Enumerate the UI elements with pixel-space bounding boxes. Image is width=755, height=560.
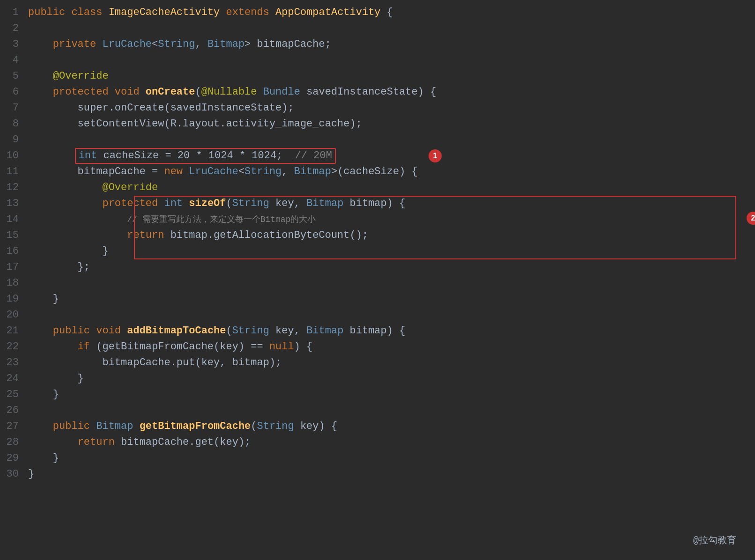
code-line-8: setContentView(R.layout.activity_image_c…: [28, 116, 736, 132]
code-line-15: return bitmap.getAllocationByteCount();: [28, 228, 736, 243]
code-line-7: super.onCreate(savedInstanceState);: [28, 100, 736, 116]
code-line-9: [28, 132, 736, 148]
code-line-28: return bitmapCache.get(key);: [28, 435, 736, 450]
code-line-12: @Override: [28, 180, 736, 196]
highlight-box-1: int cacheSize = 20 * 1024 * 1024; // 20M: [75, 148, 336, 164]
code-line-25: }: [28, 387, 736, 403]
code-line-5: @Override: [28, 68, 736, 84]
watermark: @拉勾教育: [693, 533, 736, 549]
code-line-26: [28, 403, 736, 419]
code-line-21: public void addBitmapToCache(String key,…: [28, 323, 736, 339]
code-line-27: public Bitmap getBitmapFromCache(String …: [28, 419, 736, 435]
code-line-10: int cacheSize = 20 * 1024 * 1024; // 20M…: [28, 148, 736, 164]
highlight-box-2-container: protected int sizeOf(String key, Bitmap …: [28, 196, 736, 259]
line-numbers: 1 2 3 4 5 6 7 8 9 10 11 12 13 14 15 16 1…: [0, 5, 28, 482]
badge-1: 1: [429, 149, 442, 162]
code-line-14: // 需要重写此方法，来定义每一个Bitmap的大小: [28, 212, 736, 228]
code-block: 1 2 3 4 5 6 7 8 9 10 11 12 13 14 15 16 1…: [0, 0, 755, 487]
code-line-11: bitmapCache = new LruCache<String, Bitma…: [28, 164, 736, 180]
code-line-2: [28, 21, 736, 37]
code-line-24: }: [28, 371, 736, 387]
code-line-6: protected void onCreate(@Nullable Bundle…: [28, 84, 736, 100]
code-line-29: }: [28, 450, 736, 466]
code-line-23: bitmapCache.put(key, bitmap);: [28, 355, 736, 371]
code-line-22: if (getBitmapFromCache(key) == null) {: [28, 339, 736, 355]
code-line-3: private LruCache<String, Bitmap> bitmapC…: [28, 37, 736, 52]
code-line-4: [28, 52, 736, 68]
code-line-16: }: [28, 243, 736, 259]
code-line-17: };: [28, 259, 736, 275]
badge-2: 2: [747, 212, 755, 225]
code-line-18: [28, 275, 736, 291]
code-line-19: }: [28, 291, 736, 307]
code-line-30: }: [28, 466, 736, 482]
code-line-13: protected int sizeOf(String key, Bitmap …: [28, 196, 736, 212]
code-line-20: [28, 307, 736, 323]
code-content: public class ImageCacheActivity extends …: [28, 5, 755, 482]
code-line-1: public class ImageCacheActivity extends …: [28, 5, 736, 21]
